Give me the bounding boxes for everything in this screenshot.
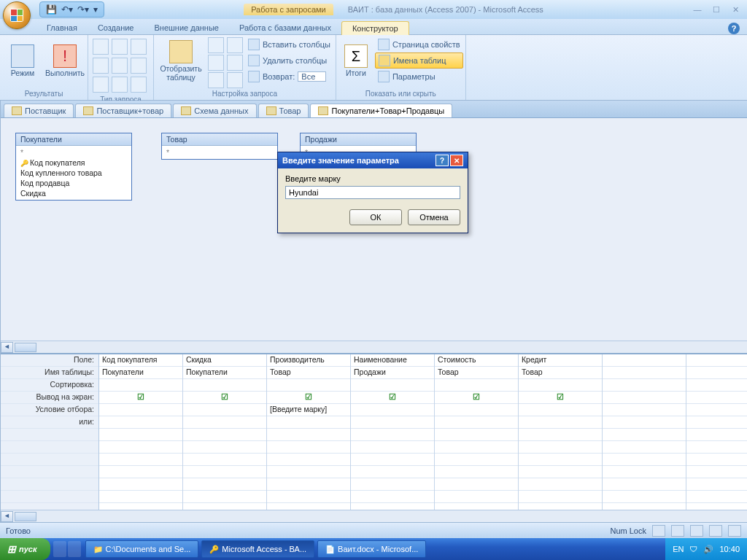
dialog-label: Введите марку: [285, 174, 460, 183]
close-icon[interactable]: ✕: [728, 4, 743, 15]
minimize-icon[interactable]: —: [690, 4, 705, 15]
table-box[interactable]: Покупатели * Код покупателя Код купленно…: [15, 133, 132, 201]
quick-access-toolbar[interactable]: 💾 ↶▾ ↷▾ ▾: [39, 1, 104, 18]
group-results: Результаты: [2, 89, 85, 98]
grid-column[interactable]: СтоимостьТовар☑: [435, 354, 519, 510]
doctab[interactable]: Поставщик: [4, 104, 74, 117]
ribbon: Режим !Выполнить Результаты Тип запроса …: [0, 35, 747, 101]
taskbar: ⊞пуск 📁 C:\Documents and Se... 🔑 Microso…: [0, 538, 747, 560]
property-sheet[interactable]: Страница свойств: [375, 36, 463, 52]
grid-column[interactable]: ПроизводительТовар☑[Введите марку]: [267, 354, 351, 510]
clock[interactable]: 10:40: [719, 545, 740, 553]
view-button[interactable]: Режим: [2, 36, 43, 86]
tab-external[interactable]: Внешние данные: [144, 21, 229, 34]
grid-row-label: или:: [1, 416, 98, 429]
tab-database[interactable]: Работа с базами данных: [229, 21, 341, 34]
scroll-left-icon[interactable]: ◄: [1, 511, 13, 522]
view-btn-4[interactable]: [709, 525, 722, 537]
totals-button[interactable]: ΣИтоги: [338, 36, 374, 86]
status-bar: Готово Num Lock: [0, 522, 747, 538]
view-btn-5[interactable]: [728, 525, 741, 537]
taskbar-item[interactable]: 📄 Ваит.docx - Microsof...: [317, 540, 426, 558]
table-box[interactable]: Товар *: [161, 133, 278, 160]
cancel-button[interactable]: Отмена: [408, 209, 460, 225]
view-btn-1[interactable]: [652, 525, 665, 537]
show-table-button[interactable]: Отобразить таблицу: [156, 36, 206, 86]
ok-button[interactable]: ОК: [349, 209, 402, 225]
scrollbar-thumb[interactable]: [15, 343, 36, 352]
group-query-setup: Настройка запроса: [156, 89, 333, 98]
dialog-help-icon[interactable]: ?: [436, 155, 449, 166]
grid-column[interactable]: СкидкаПокупатели☑: [183, 354, 267, 510]
document-tabs: Поставщик Поставщик+товар Схема данных Т…: [1, 101, 747, 118]
grid-scrollbar[interactable]: ◄: [1, 510, 747, 522]
undo-icon[interactable]: ↶▾: [61, 4, 73, 15]
doctab[interactable]: Поставщик+товар: [75, 104, 171, 117]
system-tray[interactable]: EN 🛡 🔊 10:40: [665, 538, 747, 560]
save-icon[interactable]: 💾: [46, 4, 57, 15]
insert-columns[interactable]: Вставить столбцы: [245, 36, 333, 52]
doctab[interactable]: Товар: [258, 104, 309, 117]
grid-column[interactable]: НаименованиеПродажи☑: [351, 354, 435, 510]
parameters[interactable]: Параметры: [375, 69, 463, 85]
language-indicator[interactable]: EN: [673, 545, 684, 553]
office-button[interactable]: [3, 1, 31, 29]
titlebar: 💾 ↶▾ ↷▾ ▾ Работа с запросами ВАИТ : база…: [0, 0, 747, 19]
view-btn-2[interactable]: [671, 525, 684, 537]
grid-row-label: Поле:: [1, 354, 98, 367]
quick-launch[interactable]: [53, 541, 81, 557]
return-rows[interactable]: Возврат: Все: [245, 69, 333, 85]
tray-icon[interactable]: 🔊: [703, 545, 713, 554]
taskbar-item[interactable]: 🔑 Microsoft Access - ВА...: [201, 540, 314, 558]
taskbar-item[interactable]: 📁 C:\Documents and Se...: [85, 540, 199, 558]
grid-row-label: Сортировка:: [1, 379, 98, 392]
qat-customize-icon[interactable]: ▾: [93, 4, 98, 15]
tab-create[interactable]: Создание: [88, 21, 144, 34]
tab-design[interactable]: Конструктор: [341, 21, 409, 35]
grid-column[interactable]: Код покупателяПокупатели☑: [99, 354, 183, 510]
parameter-dialog: Введите значение параметра ?✕ Введите ма…: [277, 152, 468, 233]
doctab-active[interactable]: Покупатели+Товар+Продавцы: [310, 104, 452, 117]
query-grid: Поле:Имя таблицы:Сортировка:Вывод на экр…: [1, 353, 747, 510]
run-button[interactable]: !Выполнить: [44, 36, 85, 86]
dialog-title: Введите значение параметра: [282, 156, 399, 165]
scroll-left-icon[interactable]: ◄: [1, 342, 13, 353]
delete-columns[interactable]: Удалить столбцы: [245, 52, 333, 69]
tab-home[interactable]: Главная: [36, 21, 88, 34]
window-title: ВАИТ : база данных (Access 2007) - Micro…: [348, 5, 543, 14]
dialog-close-icon[interactable]: ✕: [450, 155, 463, 166]
numlock-indicator: Num Lock: [610, 526, 646, 535]
group-show-hide: Показать или скрыть: [338, 89, 463, 98]
grid-row-label: Условие отбора:: [1, 404, 98, 416]
parameter-input[interactable]: [285, 186, 460, 199]
redo-icon[interactable]: ↷▾: [77, 4, 89, 15]
grid-row-label: Вывод на экран:: [1, 392, 98, 404]
ribbon-tabs: Главная Создание Внешние данные Работа с…: [0, 19, 747, 35]
query-type-btn[interactable]: [93, 39, 109, 55]
contextual-tab-title: Работа с запросами: [244, 4, 333, 15]
grid-column[interactable]: КредитТовар☑: [519, 354, 603, 510]
grid-row-label: Имя таблицы:: [1, 367, 98, 379]
table-names[interactable]: Имена таблиц: [375, 52, 463, 69]
status-text: Готово: [6, 526, 31, 535]
dialog-titlebar[interactable]: Введите значение параметра ?✕: [278, 152, 468, 168]
doctab[interactable]: Схема данных: [173, 104, 256, 117]
maximize-icon[interactable]: ☐: [709, 4, 724, 15]
help-icon[interactable]: ?: [728, 23, 740, 34]
start-button[interactable]: ⊞пуск: [0, 538, 50, 560]
tray-icon[interactable]: 🛡: [689, 545, 697, 553]
view-btn-3[interactable]: [690, 525, 703, 537]
